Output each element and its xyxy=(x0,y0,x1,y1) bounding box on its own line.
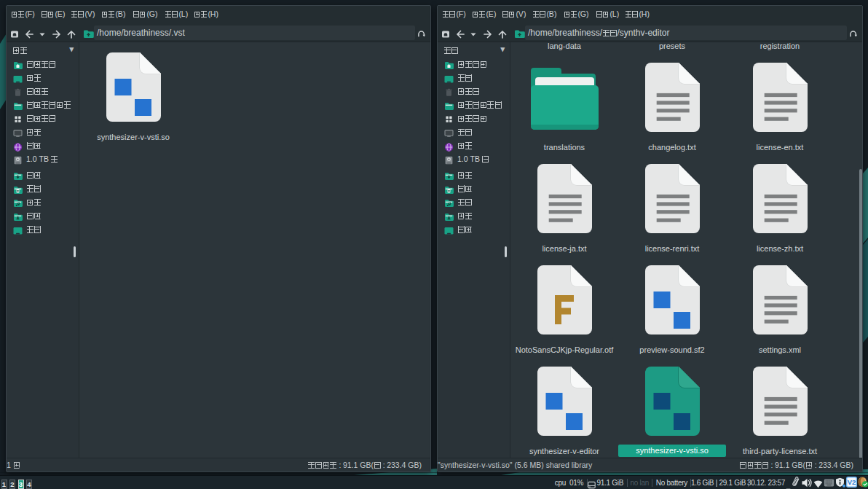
svg-text:V2: V2 xyxy=(848,478,856,486)
